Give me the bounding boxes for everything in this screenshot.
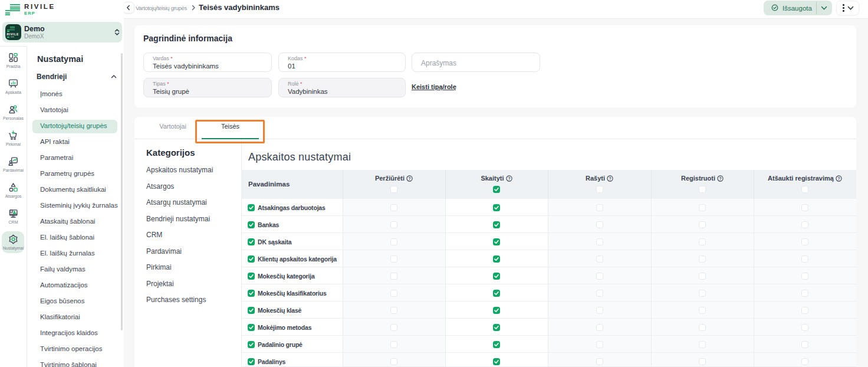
svg-text:?: ? bbox=[508, 176, 510, 181]
svg-text:?: ? bbox=[837, 176, 840, 181]
svg-text:?: ? bbox=[408, 176, 410, 181]
svg-text:?: ? bbox=[609, 176, 611, 181]
svg-text:?: ? bbox=[719, 176, 721, 181]
